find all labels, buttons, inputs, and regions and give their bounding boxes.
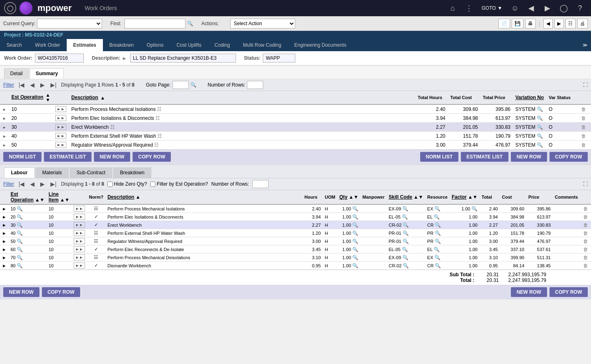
tab-estimates[interactable]: Estimates: [67, 39, 103, 51]
lrow-op-search-icon[interactable]: 🔍: [17, 222, 23, 228]
lrow-resource-search-icon[interactable]: 🔍: [435, 222, 441, 228]
lrow-resource-search-icon[interactable]: 🔍: [434, 206, 441, 212]
tab-coding[interactable]: Coding: [208, 39, 236, 51]
lrow-skill-search-icon[interactable]: 🔍: [403, 230, 409, 236]
forward-icon[interactable]: ▶: [541, 1, 554, 15]
lrow-qty-search-icon[interactable]: 🔍: [352, 247, 358, 252]
estimate-list-btn-right[interactable]: ESTIMATE LIST: [461, 152, 508, 162]
find-input[interactable]: [124, 19, 185, 28]
lrow-delete[interactable]: 🗑: [581, 262, 591, 270]
row-detail-cell[interactable]: ►►: [53, 132, 69, 141]
first-page-icon[interactable]: |◀: [17, 82, 26, 88]
lrow-detail[interactable]: ►►: [72, 237, 87, 245]
grid-view-icon[interactable]: ☷: [565, 19, 576, 28]
wo-desc-input[interactable]: [130, 54, 236, 63]
actions-select[interactable]: Select Action: [230, 19, 295, 28]
labour-next-page-icon[interactable]: ▶: [39, 181, 46, 187]
bottom-copy-row-btn-right[interactable]: COPY ROW: [550, 287, 588, 297]
lrow-delete[interactable]: 🗑: [581, 254, 591, 262]
lrow-op-search-icon[interactable]: 🔍: [17, 230, 23, 236]
lrow-delete[interactable]: 🗑: [581, 245, 591, 254]
lrow-expand[interactable]: ►: [0, 262, 9, 270]
new-row-btn-left[interactable]: NEW ROW: [94, 152, 130, 162]
row-expand-cell[interactable]: ►: [0, 141, 9, 150]
lrow-expand[interactable]: ►: [0, 229, 9, 237]
lrow-op-search-icon[interactable]: 🔍: [17, 206, 23, 212]
copy-row-btn-right[interactable]: COPY ROW: [550, 152, 588, 162]
power-icon[interactable]: ◯: [557, 1, 571, 15]
lrow-detail[interactable]: ►►: [72, 204, 87, 213]
row-detail-cell[interactable]: ►►: [53, 114, 69, 123]
goto-page-input[interactable]: [172, 81, 189, 89]
row-detail-cell[interactable]: ►►: [53, 141, 69, 150]
next-page-icon[interactable]: ▶: [39, 82, 46, 88]
lrow-op-search-icon[interactable]: 🔍: [17, 263, 23, 269]
row-desc-icon[interactable]: ☷: [157, 133, 162, 139]
row-expand-btn[interactable]: ►: [2, 134, 7, 139]
print-icon[interactable]: 🖶: [525, 19, 536, 28]
lrow-expand[interactable]: ►: [0, 204, 9, 213]
th-est-op[interactable]: Est Operation ▲▼: [9, 91, 53, 104]
norm-list-btn-right[interactable]: NORM LIST: [420, 152, 458, 162]
copy-row-btn-left[interactable]: COPY ROW: [133, 152, 171, 162]
lrow-delete-btn[interactable]: 🗑: [583, 222, 588, 228]
last-page-icon[interactable]: ▶|: [49, 82, 58, 88]
lrow-qty-search-icon[interactable]: 🔍: [352, 206, 358, 212]
labour-filter-link[interactable]: Filter: [3, 181, 14, 187]
lrow-detail-btn[interactable]: ►►: [74, 214, 85, 220]
num-rows-input[interactable]: [247, 81, 263, 89]
save-icon[interactable]: 💾: [512, 19, 523, 28]
lrow-detail-btn[interactable]: ►►: [74, 246, 85, 252]
lrow-delete-btn[interactable]: 🗑: [583, 255, 588, 260]
lrow-op-search-icon[interactable]: 🔍: [17, 238, 23, 244]
row-desc-icon[interactable]: ☷: [154, 142, 159, 148]
row-expand-cell[interactable]: ►: [0, 123, 9, 132]
estimate-list-btn-left[interactable]: ESTIMATE LIST: [44, 152, 92, 162]
lrow-detail-btn[interactable]: ►►: [74, 230, 85, 236]
lrow-qty-search-icon[interactable]: 🔍: [352, 230, 358, 236]
row-delete-btn[interactable]: 🗑: [581, 142, 586, 148]
row-detail-btn[interactable]: ►►: [55, 124, 67, 130]
lrow-detail[interactable]: ►►: [72, 213, 87, 221]
lrow-detail-btn[interactable]: ►►: [74, 262, 85, 269]
lrow-skill-search-icon[interactable]: 🔍: [402, 255, 408, 260]
find-search-icon[interactable]: 🔍: [187, 21, 193, 26]
row-delete-cell[interactable]: 🗑: [579, 141, 591, 150]
lrow-skill-search-icon[interactable]: 🔍: [403, 222, 409, 228]
tab-engineering-documents[interactable]: Engineering Documents: [288, 39, 353, 51]
tab-work-order[interactable]: Work Order: [28, 39, 67, 51]
th-description[interactable]: Description ▲: [69, 91, 415, 104]
new-doc-icon[interactable]: 📄: [498, 19, 510, 28]
bottom-new-row-btn-right[interactable]: NEW ROW: [511, 287, 547, 297]
lth-qty[interactable]: Qty ▲▼: [337, 190, 360, 204]
lrow-delete[interactable]: 🗑: [581, 213, 591, 221]
lrow-detail[interactable]: ►►: [72, 245, 87, 254]
lrow-delete-btn[interactable]: 🗑: [583, 214, 588, 220]
sub-tab-detail[interactable]: Detail: [4, 68, 29, 79]
lrow-expand[interactable]: ►: [0, 237, 9, 245]
row-var-no-search-icon[interactable]: 🔍: [537, 106, 543, 112]
row-desc-icon[interactable]: ☷: [110, 124, 115, 130]
row-expand-cell[interactable]: ►: [0, 104, 9, 114]
labour-num-rows-input[interactable]: [252, 180, 268, 188]
row-delete-cell[interactable]: 🗑: [579, 104, 591, 114]
user-icon[interactable]: ◯: [4, 2, 16, 14]
row-expand-cell[interactable]: ►: [0, 114, 9, 123]
lrow-detail[interactable]: ►►: [72, 262, 87, 270]
printer2-icon[interactable]: 🖨: [577, 19, 588, 28]
row-delete-btn[interactable]: 🗑: [581, 115, 586, 121]
new-row-btn-right[interactable]: NEW ROW: [511, 152, 547, 162]
tab-search[interactable]: Search: [0, 39, 28, 51]
lrow-skill-search-icon[interactable]: 🔍: [402, 214, 408, 220]
row-expand-btn[interactable]: ►: [2, 116, 7, 121]
current-query-select[interactable]: [37, 19, 102, 28]
lrow-skill-search-icon[interactable]: 🔍: [402, 247, 408, 252]
goto-button[interactable]: GOTO ▼: [478, 4, 506, 13]
lrow-resource-search-icon[interactable]: 🔍: [435, 230, 441, 236]
row-detail-btn[interactable]: ►►: [55, 133, 67, 139]
toolbar-forward-icon[interactable]: ▶: [554, 19, 564, 28]
back-icon[interactable]: ◀: [524, 1, 538, 15]
wo-number-input[interactable]: [35, 54, 84, 63]
lrow-delete-btn[interactable]: 🗑: [583, 230, 588, 236]
lrow-delete[interactable]: 🗑: [581, 237, 591, 245]
